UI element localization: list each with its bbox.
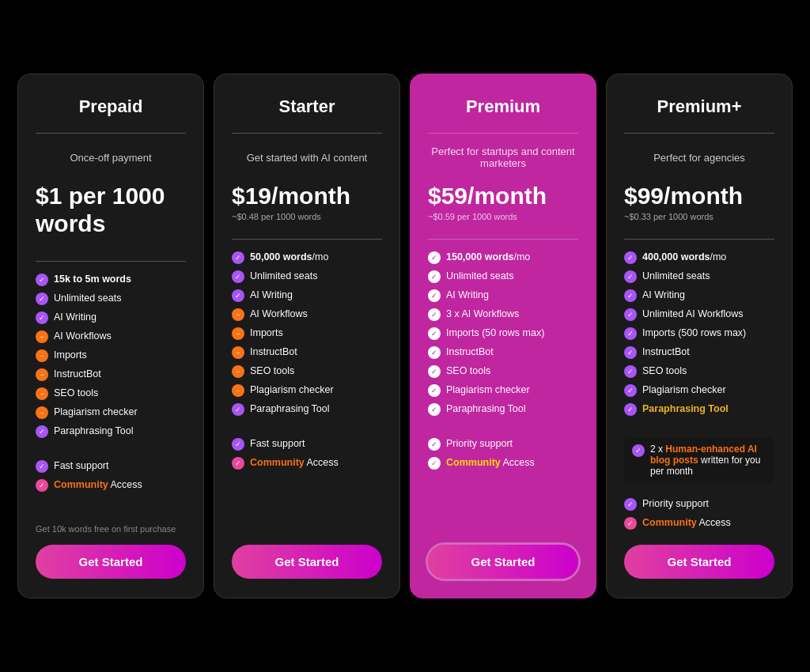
feature-text-premium-4: Imports (50 rows max)	[446, 327, 544, 340]
plan-title-starter: Starter	[232, 96, 382, 117]
check-icon-premium-5: ✓	[428, 346, 441, 359]
feature-text-starter-6: SEO tools	[250, 364, 294, 378]
support-section-starter: ✓ Fast support ✓ Community Access	[232, 437, 382, 535]
support-item-premium-0: ✓ Priority support	[428, 437, 578, 451]
paraphrasing-label: Paraphrasing Tool	[642, 403, 729, 414]
feature-item-premium-4: ✓ Imports (50 rows max)	[428, 327, 578, 340]
feature-item-premium-plus-4: ✓ Imports (500 rows max)	[624, 327, 774, 340]
community-link-premium-plus[interactable]: Community	[642, 517, 697, 528]
feature-text-premium-plus-2: AI Writing	[642, 289, 685, 302]
support-check-icon-prepaid-0: ✓	[36, 460, 48, 473]
support-check-icon-premium-0: ✓	[428, 438, 441, 451]
feature-text-premium-plus-3: Unlimited AI Workflows	[642, 308, 744, 321]
pricing-container: Prepaid Once-off payment $1 per 1000 wor…	[17, 74, 793, 598]
feature-text-prepaid-8: Paraphrasing Tool	[54, 425, 134, 438]
feature-text-prepaid-5: InstructBot	[54, 368, 101, 381]
support-text-prepaid-0: Fast support	[54, 459, 108, 473]
feature-text-starter-0: 50,000 words/mo	[250, 251, 328, 264]
feature-text-premium-plus-8: Paraphrasing Tool	[642, 402, 729, 416]
plan-subtitle-premium-plus: Perfect for agencies	[624, 143, 774, 172]
support-check-icon-prepaid-1: ✓	[36, 479, 48, 492]
check-icon-starter-7: −	[232, 384, 244, 397]
check-icon-starter-0: ✓	[232, 251, 244, 264]
support-section-premium: ✓ Priority support ✓ Community Access	[428, 437, 578, 535]
cta-button-premium-plus[interactable]: Get Started	[624, 545, 774, 579]
feature-item-prepaid-0: ✓ 15k to 5m words	[36, 273, 186, 286]
feature-item-premium-1: ✓ Unlimited seats	[428, 270, 578, 283]
feature-text-starter-2: AI Writing	[250, 289, 293, 302]
community-link-prepaid[interactable]: Community	[54, 479, 108, 490]
feature-text-starter-4: Imports	[250, 327, 283, 340]
feature-text-premium-plus-5: InstructBot	[642, 345, 690, 359]
support-item-premium-1: ✓ Community Access	[428, 456, 578, 470]
extra-check-icon: ✓	[632, 444, 645, 457]
feature-item-starter-2: ✓ AI Writing	[232, 289, 382, 302]
support-item-starter-1: ✓ Community Access	[232, 456, 382, 470]
community-link-starter[interactable]: Community	[250, 457, 305, 468]
support-text-premium-0: Priority support	[446, 437, 513, 451]
community-link-premium[interactable]: Community	[446, 457, 501, 468]
support-check-icon-premium-plus-1: ✓	[624, 517, 637, 530]
check-icon-premium-0: ✓	[428, 251, 441, 264]
feature-item-starter-0: ✓ 50,000 words/mo	[232, 251, 382, 264]
features-list-starter: ✓ 50,000 words/mo ✓ Unlimited seats ✓ AI…	[232, 251, 382, 421]
support-check-icon-premium-1: ✓	[428, 457, 441, 470]
plan-price-note-premium-plus: ~$0.33 per 1000 words	[624, 212, 774, 221]
support-item-prepaid-0: ✓ Fast support	[36, 459, 186, 473]
feature-item-premium-6: ✓ SEO tools	[428, 364, 578, 378]
feature-item-starter-5: − InstructBot	[232, 345, 382, 359]
plan-card-premium: Premium Perfect for startups and content…	[410, 74, 596, 598]
check-icon-premium-plus-1: ✓	[624, 270, 637, 283]
feature-item-prepaid-5: − InstructBot	[36, 368, 186, 381]
feature-item-premium-plus-7: ✓ Plagiarism checker	[624, 383, 774, 397]
feature-text-prepaid-6: SEO tools	[54, 387, 98, 400]
cta-button-premium[interactable]: Get Started	[428, 545, 578, 579]
support-check-icon-premium-plus-0: ✓	[624, 498, 637, 511]
check-icon-prepaid-0: ✓	[36, 274, 48, 286]
check-icon-starter-8: ✓	[232, 403, 244, 416]
check-icon-starter-6: −	[232, 365, 244, 378]
cta-button-prepaid[interactable]: Get Started	[36, 545, 186, 579]
check-icon-starter-1: ✓	[232, 270, 244, 283]
support-text-premium-plus-0: Priority support	[642, 497, 709, 511]
free-note-prepaid: Get 10k words free on first purchase	[36, 524, 186, 534]
feature-item-premium-plus-3: ✓ Unlimited AI Workflows	[624, 308, 774, 321]
plan-subtitle-premium: Perfect for startups and content markete…	[428, 143, 578, 172]
check-icon-prepaid-1: ✓	[36, 293, 48, 305]
support-section-premium-plus: ✓ Priority support ✓ Community Access	[624, 497, 774, 535]
plan-price-note-starter: ~$0.48 per 1000 words	[232, 212, 382, 221]
feature-text-starter-8: Paraphrasing Tool	[250, 402, 330, 416]
feature-text-premium-6: SEO tools	[446, 364, 490, 378]
feature-item-starter-7: − Plagiarism checker	[232, 383, 382, 397]
check-icon-premium-plus-5: ✓	[624, 346, 637, 359]
feature-text-prepaid-2: AI Writing	[54, 311, 97, 324]
support-item-premium-plus-0: ✓ Priority support	[624, 497, 774, 511]
feature-text-premium-plus-1: Unlimited seats	[642, 270, 710, 283]
feature-item-starter-4: − Imports	[232, 327, 382, 340]
support-text-premium-plus-1: Community Access	[642, 516, 731, 530]
feature-item-premium-plus-2: ✓ AI Writing	[624, 289, 774, 302]
feature-text-premium-plus-4: Imports (500 rows max)	[642, 327, 746, 340]
check-icon-prepaid-8: ✓	[36, 425, 48, 438]
plan-title-premium: Premium	[428, 96, 578, 117]
plan-card-starter: Starter Get started with AI content $19/…	[214, 74, 400, 598]
check-icon-prepaid-7: −	[36, 406, 48, 419]
plan-card-prepaid: Prepaid Once-off payment $1 per 1000 wor…	[17, 74, 204, 598]
check-icon-premium-7: ✓	[428, 384, 441, 397]
plan-price-starter: $19/month	[232, 183, 382, 210]
feature-item-premium-8: ✓ Paraphrasing Tool	[428, 402, 578, 416]
check-icon-prepaid-4: −	[36, 349, 48, 362]
plan-price-premium: $59/month	[428, 183, 578, 210]
feature-text-prepaid-3: AI Workflows	[54, 330, 112, 343]
feature-item-prepaid-2: ✓ AI Writing	[36, 311, 186, 324]
check-icon-premium-8: ✓	[428, 403, 441, 416]
check-icon-premium-1: ✓	[428, 270, 441, 283]
feature-text-starter-7: Plagiarism checker	[250, 383, 334, 397]
cta-button-starter[interactable]: Get Started	[232, 545, 382, 579]
feature-text-premium-5: InstructBot	[446, 345, 494, 359]
plan-subtitle-starter: Get started with AI content	[232, 143, 382, 172]
plan-price-premium-plus: $99/month	[624, 183, 774, 210]
support-item-starter-0: ✓ Fast support	[232, 437, 382, 451]
feature-item-prepaid-7: − Plagiarism checker	[36, 406, 186, 419]
support-item-premium-plus-1: ✓ Community Access	[624, 516, 774, 530]
